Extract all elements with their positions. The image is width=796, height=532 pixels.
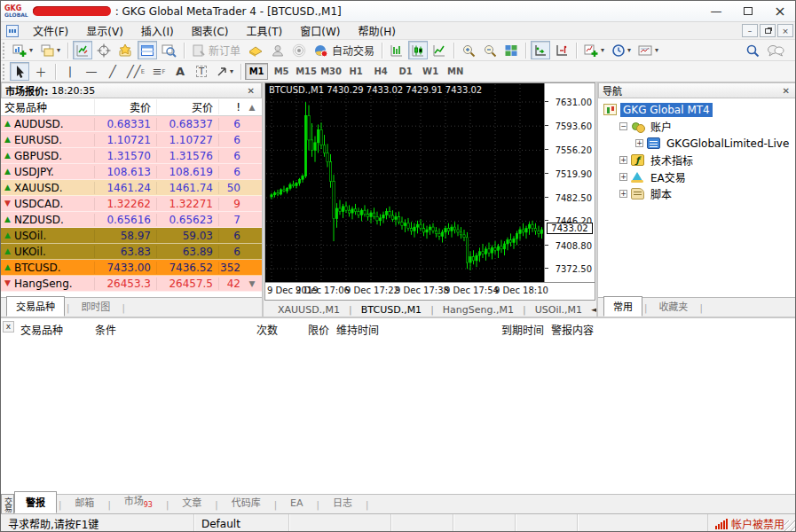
crosshair-tool-button[interactable]: ＋ bbox=[31, 62, 51, 81]
terminal-toggle-button[interactable] bbox=[138, 41, 157, 59]
expand-icon[interactable]: + bbox=[619, 173, 627, 181]
column-spread[interactable]: ! bbox=[219, 101, 244, 113]
terminal-tab-6[interactable]: 日志 bbox=[321, 491, 364, 513]
terminal-column-1[interactable]: 条件 bbox=[91, 322, 232, 337]
community-button[interactable] bbox=[268, 41, 288, 59]
market-watch-row[interactable]: ▲EURUSD.1.107211.107276 bbox=[1, 132, 262, 148]
menu-item-h[interactable]: 帮助(H) bbox=[349, 24, 404, 40]
collapse-icon[interactable]: − bbox=[619, 122, 627, 130]
market-watch-row[interactable]: ▼HangSeng.26453.326457.542▼ bbox=[1, 276, 262, 292]
fibonacci-button[interactable]: ≡F bbox=[149, 62, 169, 81]
alerts-list-body[interactable] bbox=[1, 338, 796, 494]
line-chart-type-button[interactable] bbox=[430, 41, 449, 59]
vertical-line-button[interactable]: | bbox=[60, 62, 80, 81]
market-watch-row[interactable]: ▲NZDUSD.0.656160.656237 bbox=[1, 212, 262, 228]
terminal-column-3[interactable]: 限价 bbox=[281, 322, 333, 337]
terminal-tab-2[interactable]: 市场93 bbox=[113, 489, 164, 513]
toolbar-grip[interactable] bbox=[3, 64, 7, 80]
terminal-tab-3[interactable]: 文章 bbox=[170, 491, 213, 513]
menu-item-w[interactable]: 窗口(W) bbox=[291, 24, 349, 40]
notifications-button[interactable] bbox=[289, 41, 309, 59]
cursor-tool-button[interactable] bbox=[10, 62, 29, 81]
arrows-tool-button[interactable]: ▾ bbox=[213, 62, 236, 81]
terminal-tab-5[interactable]: EA bbox=[279, 494, 314, 513]
search-button[interactable] bbox=[743, 41, 762, 59]
profiles-button[interactable]: ▾ bbox=[37, 41, 63, 59]
toolbar-grip[interactable] bbox=[3, 43, 7, 59]
tree-item-gkggloballimited-live[interactable]: +GKGGlobalLimited-Live bbox=[598, 135, 796, 152]
market-watch-tab-1[interactable]: 即时图 bbox=[71, 296, 120, 317]
connection-status[interactable]: 帐户被禁用 bbox=[707, 514, 796, 532]
market-watch-row[interactable]: ▲GBPUSD.1.315701.315766 bbox=[1, 148, 262, 164]
expand-icon[interactable]: + bbox=[619, 156, 627, 164]
market-watch-row[interactable]: ▲XAUUSD.1461.241461.7450 bbox=[1, 180, 262, 196]
chart-tab-0[interactable]: XAUUSD.,M1 bbox=[271, 304, 347, 316]
tree-item-gkg-global-mt4[interactable]: GKG Global MT4 bbox=[598, 101, 796, 118]
terminal-column-2[interactable]: 次数 bbox=[232, 322, 281, 337]
text-tool-button[interactable]: A bbox=[170, 62, 190, 81]
column-sell[interactable]: 卖价 bbox=[95, 99, 157, 114]
terminal-tab-1[interactable]: 邮箱 bbox=[63, 491, 106, 513]
metaeditor-button[interactable] bbox=[245, 41, 266, 59]
timeframe-m1[interactable]: M1 bbox=[245, 63, 268, 80]
zoom-out-button[interactable] bbox=[480, 41, 500, 59]
templates-button[interactable]: ▾ bbox=[635, 41, 661, 59]
close-icon[interactable]: x bbox=[3, 321, 14, 332]
terminal-column-5[interactable]: 到期时间 bbox=[432, 322, 548, 337]
terminal-column-6[interactable]: 警报内容 bbox=[548, 322, 645, 337]
chart-tab-1[interactable]: BTCUSD.,M1 bbox=[354, 304, 429, 316]
horizontal-line-button[interactable]: — bbox=[82, 62, 101, 81]
strategy-tester-button[interactable] bbox=[159, 41, 179, 59]
periods-button[interactable]: ▾ bbox=[609, 41, 634, 59]
price-axis[interactable]: 7631.007593.607556.207519.907482.507446.… bbox=[544, 83, 595, 282]
navigator-toggle-button[interactable] bbox=[115, 41, 136, 59]
data-window-button[interactable] bbox=[94, 41, 114, 59]
terminal-side-tab-trade[interactable]: 交易 bbox=[1, 494, 14, 513]
timeframe-m5[interactable]: M5 bbox=[270, 63, 293, 80]
close-icon[interactable]: ✕ bbox=[780, 86, 792, 96]
market-watch-row[interactable]: ▲AUDUSD.0.683310.683376 bbox=[1, 116, 262, 132]
text-label-button[interactable]: T bbox=[192, 62, 211, 81]
close-icon[interactable]: ✕ bbox=[245, 86, 257, 96]
timeframe-m30[interactable]: M30 bbox=[319, 63, 343, 80]
terminal-column-0[interactable]: 交易品种 bbox=[17, 322, 91, 337]
mdi-restore-button[interactable] bbox=[760, 24, 776, 37]
terminal-tab-0[interactable]: 警报 bbox=[14, 491, 57, 513]
new-chart-button[interactable]: ▾ bbox=[10, 41, 35, 59]
new-order-button[interactable]: 新订单 bbox=[189, 41, 243, 59]
chat-button[interactable] bbox=[764, 41, 787, 59]
close-button[interactable]: × bbox=[770, 4, 790, 20]
column-buy[interactable]: 买价 bbox=[157, 99, 219, 114]
chart-plot[interactable] bbox=[266, 84, 543, 281]
indicators-button[interactable]: ▾ bbox=[581, 41, 607, 59]
resize-grip[interactable] bbox=[784, 520, 796, 532]
tree-item-脚本[interactable]: +脚本 bbox=[598, 185, 796, 202]
market-watch-row[interactable]: ▲BTCUSD.7433.007436.52352 bbox=[1, 260, 262, 276]
market-watch-row[interactable]: ▲UKOil.63.8363.896 bbox=[1, 244, 262, 260]
mdi-close-button[interactable]: × bbox=[777, 24, 793, 37]
menu-item-t[interactable]: 工具(T) bbox=[238, 24, 292, 40]
minimize-button[interactable]: — bbox=[706, 4, 726, 20]
market-watch-row[interactable]: ▲USOil.58.9759.036 bbox=[1, 228, 262, 244]
status-profile[interactable]: Default bbox=[194, 514, 289, 532]
column-symbol[interactable]: 交易品种 bbox=[1, 99, 95, 114]
scroll-down-icon[interactable]: ▼ bbox=[244, 279, 260, 288]
menu-item-i[interactable]: 插入(I) bbox=[132, 24, 183, 40]
chart-tab-2[interactable]: HangSeng.,M1 bbox=[436, 304, 521, 316]
chart-system-icon[interactable] bbox=[4, 25, 20, 37]
bar-chart-type-button[interactable] bbox=[387, 41, 406, 59]
market-watch-row[interactable]: ▲USDJPY.108.613108.6196 bbox=[1, 164, 262, 180]
time-axis[interactable]: 9 Dec 20199 Dec 17:069 Dec 17:229 Dec 17… bbox=[265, 282, 595, 300]
timeframe-d1[interactable]: D1 bbox=[394, 63, 417, 80]
terminal-tab-4[interactable]: 代码库 bbox=[220, 491, 272, 513]
timeframe-h1[interactable]: H1 bbox=[344, 63, 367, 80]
tree-item-技术指标[interactable]: +ƒ技术指标 bbox=[598, 152, 796, 168]
menu-item-f[interactable]: 文件(F) bbox=[24, 24, 77, 40]
channel-button[interactable]: ╱╱E bbox=[124, 62, 147, 81]
timeframe-h4[interactable]: H4 bbox=[369, 63, 392, 80]
market-watch-tab-0[interactable]: 交易品种 bbox=[6, 296, 65, 317]
tile-windows-button[interactable] bbox=[501, 41, 521, 59]
maximize-button[interactable] bbox=[738, 4, 758, 20]
expand-icon[interactable]: + bbox=[635, 139, 643, 147]
scroll-up-icon[interactable]: ▲ bbox=[244, 103, 260, 112]
